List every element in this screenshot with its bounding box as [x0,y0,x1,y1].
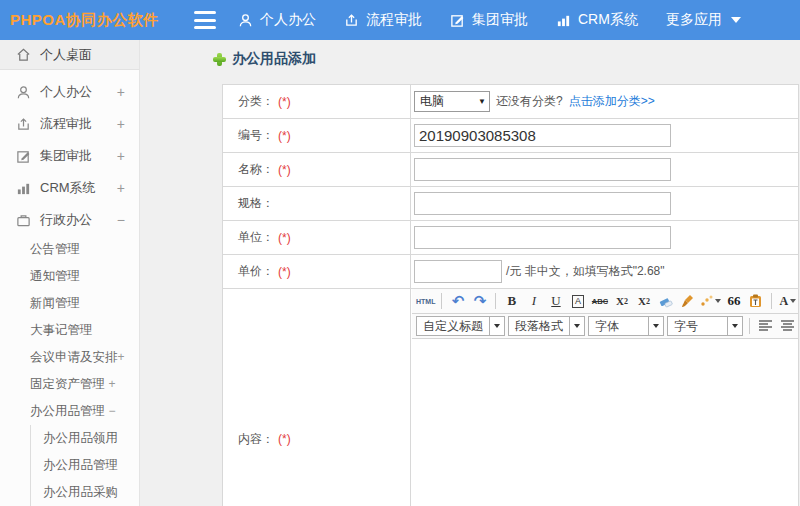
nav-group-approval[interactable]: 集团审批 [450,11,528,29]
add-category-link[interactable]: 点击添加分类>> [569,93,655,110]
sidebar-item-meeting-mgmt[interactable]: 会议申请及安排+ [0,344,139,371]
top-navigation: 个人办公 流程审批 集团审批 CRM系统 更多应用 [238,0,741,40]
blockquote-button[interactable]: 66 [724,291,743,311]
strikethrough-button[interactable]: ABC [590,291,609,311]
sidebar: 个人桌面 个人办公 + 流程审批 + 集团审批 + CRM系统 + 行政办公 − [0,40,140,506]
font-family-select[interactable]: 字体 [588,316,664,336]
edit-icon [450,13,465,28]
required-mark: (*) [278,231,291,245]
format-brush-icon[interactable] [678,291,697,311]
select-arrow-icon [569,317,584,335]
form-row-price: 单价： (*) /元 非中文，如填写格式"2.68" [223,255,798,289]
form-row-name: 名称： (*) [223,153,798,187]
required-mark: (*) [278,163,291,177]
name-label: 名称： [238,161,274,178]
editor-content-area[interactable] [412,339,798,506]
superscript-button[interactable]: X2 [612,291,631,311]
sidebar-item-crm-system[interactable]: CRM系统 + [0,172,139,204]
sidebar-item-personal-office[interactable]: 个人办公 + [0,76,139,108]
underline-button[interactable]: U [546,291,565,311]
content-label: 内容： [238,431,274,448]
topbar: PHPOA协同办公软件 个人办公 流程审批 集团审批 CRM系统 更多应用 [0,0,800,40]
briefcase-icon [16,213,31,228]
price-hint: /元 非中文，如填写格式"2.68" [506,263,665,280]
sidebar-item-events-mgmt[interactable]: 大事记管理 [0,317,139,344]
align-left-icon[interactable] [756,316,775,336]
sidebar-item-announcement-mgmt[interactable]: 公告管理 [0,236,139,263]
sidebar-item-notice-mgmt[interactable]: 通知管理 [0,263,139,290]
share-icon [344,13,359,28]
sidebar-item-fixed-assets-mgmt[interactable]: 固定资产管理 + [0,371,139,398]
name-input[interactable] [414,158,671,181]
nav-more-apps[interactable]: 更多应用 [666,11,741,29]
quick-format-icon[interactable] [700,291,721,311]
sidebar-item-supplies-purchase[interactable]: 办公用品采购 [31,479,139,506]
editor-toolbar-row2: 自定义标题 段落格式 字体 字号 [412,314,798,339]
redo-icon[interactable]: ↷ [470,291,489,311]
price-input[interactable] [414,260,502,283]
italic-button[interactable]: I [524,291,543,311]
paste-text-icon[interactable] [746,291,765,311]
divider [771,293,772,309]
chart-icon [556,13,571,28]
font-size-select[interactable]: 字号 [667,316,743,336]
required-mark: (*) [278,265,291,279]
source-code-button[interactable]: HTML [416,291,435,311]
form-row-unit: 单位： (*) [223,221,798,255]
nav-personal-office[interactable]: 个人办公 [238,11,316,29]
form-row-category: 分类： (*) 电脑 ▼ 还没有分类? 点击添加分类>> [223,85,798,119]
select-arrow-icon [727,317,742,335]
expand-icon[interactable]: + [117,116,125,132]
unit-input[interactable] [414,226,671,249]
hamburger-menu-icon[interactable] [194,11,216,29]
spec-input[interactable] [414,192,671,215]
nav-workflow-approval[interactable]: 流程审批 [344,11,422,29]
custom-title-select[interactable]: 自定义标题 [416,316,505,336]
subscript-button[interactable]: X2 [634,291,653,311]
form-row-spec: 规格： [223,187,798,221]
eraser-icon[interactable] [656,291,675,311]
nav-crm-system[interactable]: CRM系统 [556,11,638,29]
bold-button[interactable]: B [502,291,521,311]
code-input[interactable] [414,124,671,147]
form-row-code: 编号： (*) [223,119,798,153]
admin-office-submenu: 公告管理 通知管理 新闻管理 大事记管理 会议申请及安排+ 固定资产管理 + 办… [0,236,139,506]
chart-icon [16,181,31,196]
required-mark: (*) [278,129,291,143]
sidebar-item-group-approval[interactable]: 集团审批 + [0,140,139,172]
select-arrow-icon: ▼ [475,97,489,106]
required-mark: (*) [278,95,291,109]
collapse-icon: − [108,404,115,418]
autotypeset-button[interactable]: A [568,291,587,311]
sidebar-item-office-supplies-mgmt[interactable]: 办公用品管理 − [0,398,139,425]
collapse-icon[interactable]: − [117,212,125,228]
expand-icon[interactable]: + [117,180,125,196]
sidebar-item-desktop[interactable]: 个人桌面 [0,40,139,70]
home-icon [16,47,31,62]
app-logo: PHPOA协同办公软件 [10,0,159,40]
undo-icon[interactable]: ↶ [448,291,467,311]
font-color-button[interactable]: A [778,291,797,311]
user-icon [16,85,31,100]
expand-icon[interactable]: + [117,148,125,164]
category-label: 分类： [238,93,274,110]
sidebar-item-workflow-approval[interactable]: 流程审批 + [0,108,139,140]
required-mark: (*) [278,432,291,446]
paragraph-format-select[interactable]: 段落格式 [508,316,585,336]
expand-icon: + [108,377,115,391]
select-arrow-icon [489,317,504,335]
sidebar-item-admin-office[interactable]: 行政办公 − [0,204,139,236]
divider [441,293,442,309]
expand-icon: + [118,350,125,364]
expand-icon[interactable]: + [117,84,125,100]
align-center-icon[interactable] [778,316,797,336]
category-select[interactable]: 电脑 ▼ [414,91,490,112]
sidebar-item-supplies-claim[interactable]: 办公用品领用 [31,425,139,452]
sidebar-item-supplies-manage[interactable]: 办公用品管理 [31,452,139,479]
sidebar-item-news-mgmt[interactable]: 新闻管理 [0,290,139,317]
divider [495,293,496,309]
office-supplies-submenu: 办公用品领用 办公用品管理 办公用品采购 [30,425,139,506]
select-arrow-icon [648,317,663,335]
editor-toolbar-row1: HTML ↶ ↷ B I U A ABC X2 X2 [412,289,798,314]
user-icon [238,13,253,28]
